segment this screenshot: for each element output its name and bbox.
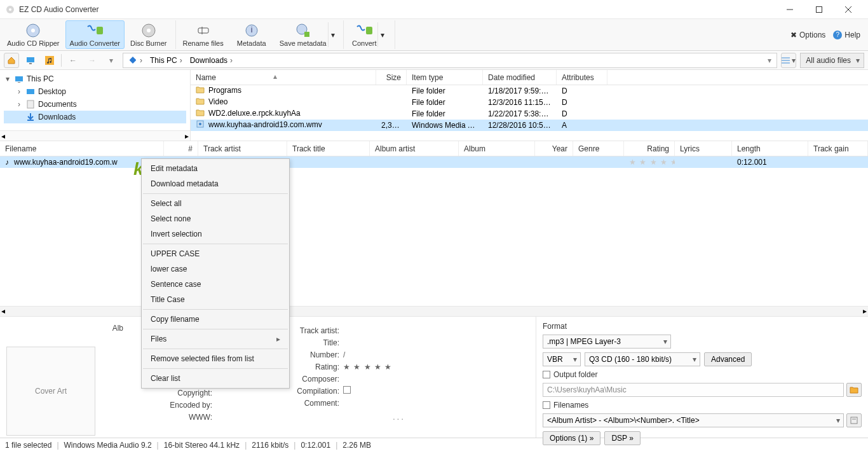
tree-scrollbar[interactable]: ◂▸ [0,130,190,141]
svg-rect-18 [27,57,34,62]
audio-cd-ripper-button[interactable]: Audio CD Ripper [3,20,64,49]
wrench-icon: ✖ [790,31,797,39]
svg-rect-24 [15,76,23,81]
cover-art-box[interactable]: Cover Art [6,347,95,436]
file-row[interactable]: ProgramsFile folder1/18/2017 9:59:06 ...… [191,85,868,97]
breadcrumb-expand[interactable]: ▾ [768,56,774,65]
more-dots[interactable]: . . . [267,409,529,422]
cm-remove-selected[interactable]: Remove selected files from list [142,351,289,366]
breadcrumb-downloads[interactable]: Downloads› [187,56,235,65]
cm-invert-selection[interactable]: Invert selection [142,226,289,242]
cd-icon [25,23,41,38]
svg-rect-3 [817,6,822,12]
home-nav-button[interactable] [4,53,19,68]
convert-dropdown[interactable]: ▾ [377,22,384,47]
convert-play-icon [355,23,374,38]
filenames-check[interactable]: Filenames [543,401,862,410]
file-list: Name Size Item type Date modified Attrib… [191,70,868,141]
format-panel: Format .mp3 | MPEG Layer-3 VBR Q3 CD (16… [536,317,868,438]
forward-button[interactable]: → [85,53,100,68]
col-type: Item type [407,70,483,85]
metadata-button[interactable]: i Metadata [229,20,274,49]
burn-icon [141,23,156,38]
cm-edit-metadata[interactable]: Edit metadata [142,161,289,176]
options-button[interactable]: Options (1) » [543,431,600,445]
advanced-button[interactable]: Advanced [704,352,752,366]
dsp-button[interactable]: DSP » [604,431,640,445]
rename-files-button[interactable]: Rename files [179,20,228,49]
view-list-button[interactable]: ▾ [781,53,796,68]
app-title: EZ CD Audio Converter [19,5,775,14]
cm-title-case[interactable]: Title Case [142,292,289,307]
help-link[interactable]: ?Help [833,31,860,39]
queue-list[interactable]: ♪www.kuyhaa-android19.com.w ★ ★ ★ ★ ★ ✎ … [0,156,868,317]
output-folder-check[interactable]: Output folder [543,370,862,379]
tree-documents[interactable]: ›Documents [4,98,186,111]
format-label: Format [543,322,862,331]
cm-upper-case[interactable]: UPPER CASE [142,246,289,261]
maximize-button[interactable] [804,0,834,19]
breadcrumb-thispc[interactable]: This PC› [147,56,185,65]
file-row[interactable]: WD2.deluxe.e.rpck.kuyhAaFile folder1/22/… [191,108,868,120]
file-row[interactable]: VideoFile folder12/3/2016 11:15:19...D [191,97,868,108]
breadcrumb[interactable]: › This PC› Downloads› ▾ [123,53,777,68]
col-name: Name [191,70,376,85]
history-dropdown[interactable]: ▾ [104,53,119,68]
save-metadata-dropdown[interactable]: ▾ [328,22,335,47]
queue-row[interactable]: ♪www.kuyhaa-android19.com.w ★ ★ ★ ★ ★ ✎ … [0,156,868,168]
tree-thispc[interactable]: ▾This PC [4,73,186,85]
svg-rect-25 [18,82,20,83]
filter-combo[interactable]: All audio files [800,53,864,68]
svg-point-7 [31,29,35,32]
music-nav-button[interactable] [42,53,57,68]
cm-download-metadata[interactable]: Download metadata [142,176,289,191]
rating-edit[interactable]: ★ ★ ★ ★ ★ [343,363,529,371]
filename-pattern-combo[interactable]: <Album Artist> - <Album>\<Number>. <Titl… [543,413,844,427]
svg-text:i: i [250,25,252,34]
metadata-icon: i [244,23,259,38]
audio-converter-button[interactable]: Audio Converter [65,20,125,49]
minimize-button[interactable] [775,0,804,19]
rating-stars[interactable]: ★ ★ ★ ★ ★ [629,158,675,167]
compilation-checkbox[interactable] [343,386,351,394]
svg-point-1 [9,8,11,11]
file-row[interactable]: www.kuyhaa-android19.com.wmv2,318 KBWind… [191,120,868,131]
cm-sentence-case[interactable]: Sentence case [142,277,289,292]
save-metadata-icon [295,23,311,38]
tree-downloads[interactable]: Downloads [4,111,186,123]
folder-icon [850,386,858,394]
filename-edit-button[interactable] [846,413,862,427]
convert-button[interactable]: Convert ▾ [346,20,391,49]
options-link[interactable]: ✖Options [790,31,825,39]
close-button[interactable] [834,0,863,19]
desktop-nav-button[interactable] [23,53,38,68]
preset-combo[interactable]: Q3 CD (160 - 180 kbit/s) [585,352,700,366]
cm-clear-list[interactable]: Clear list [142,371,289,386]
cm-files[interactable]: Files [142,331,289,347]
title-bar: EZ CD Audio Converter [0,0,868,19]
svg-point-30 [199,123,201,125]
cm-lower-case[interactable]: lower case [142,261,289,277]
file-list-header[interactable]: Name Size Item type Date modified Attrib… [191,70,868,85]
cm-select-none[interactable]: Select none [142,211,289,226]
nav-bar: ← → ▾ › This PC› Downloads› ▾ ▾ All audi… [0,51,868,70]
cm-select-all[interactable]: Select all [142,196,289,211]
browse-folder-button[interactable] [846,383,862,397]
sort-indicator: ▴ [273,72,277,81]
cm-copy-filename[interactable]: Copy filename [142,312,289,327]
svg-rect-20 [45,56,54,65]
queue-scrollbar[interactable]: ◂▸ [0,306,868,316]
back-button[interactable]: ← [65,53,81,68]
save-metadata-button[interactable]: Save metadata ▾ [275,20,339,49]
folder-tree[interactable]: ▾This PC ›Desktop ›Documents Downloads ◂… [0,70,191,141]
convert-icon [85,23,104,38]
queue-header[interactable]: Filename # Track artist Track title Albu… [0,141,868,156]
tree-desktop[interactable]: ›Desktop [4,85,186,98]
mode-combo[interactable]: VBR [543,352,581,366]
disc-burner-button[interactable]: Disc Burner [126,20,171,49]
codec-combo[interactable]: .mp3 | MPEG Layer-3 [543,335,671,349]
svg-rect-27 [27,100,34,108]
status-duration: 0:12.001 [301,441,330,450]
music-icon [45,56,54,65]
output-path-field[interactable]: C:\Users\kuyhAa\Music [543,383,844,397]
